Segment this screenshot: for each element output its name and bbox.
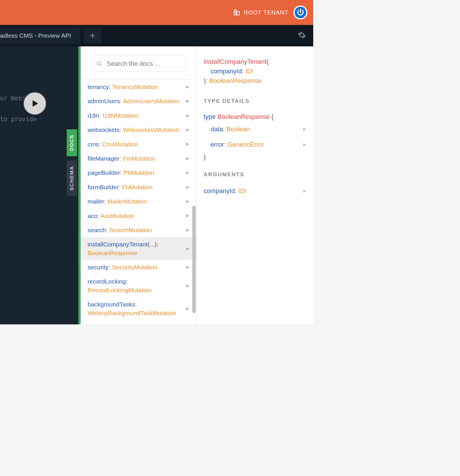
chevron-right-icon: ▶ xyxy=(186,246,189,252)
type-field-error[interactable]: error: GenericError▶ xyxy=(204,137,306,152)
field-item-pageBuilder[interactable]: pageBuilder: PbMutation▶ xyxy=(81,166,196,180)
field-item-search[interactable]: search: SearchMutation▶ xyxy=(81,223,196,237)
type-field-data[interactable]: data: Boolean▶ xyxy=(204,121,306,137)
chevron-right-icon: ▶ xyxy=(186,156,189,161)
field-item-security[interactable]: security: SecurityMutation▶ xyxy=(81,260,196,274)
docs-field-list-panel: tenancy: TenancyMutation▶adminUsers: Adm… xyxy=(81,46,197,324)
gear-icon xyxy=(298,31,306,39)
schema-tab[interactable]: SCHEMA xyxy=(67,161,77,196)
chevron-right-icon: ▶ xyxy=(186,141,189,147)
svg-rect-1 xyxy=(237,11,239,15)
plus-icon xyxy=(89,32,96,39)
chevron-right-icon: ▶ xyxy=(186,213,189,219)
chevron-right-icon: ▶ xyxy=(186,113,189,119)
svg-point-9 xyxy=(97,62,100,65)
field-item-mailer[interactable]: mailer: MailerMutation▶ xyxy=(81,194,196,208)
tab-title: adless CMS - Preview API xyxy=(0,32,71,39)
search-icon xyxy=(97,61,102,67)
editor-text: to provide xyxy=(0,114,78,125)
tenant-label: ROOT TENANT xyxy=(244,9,288,16)
chevron-right-icon: ▶ xyxy=(186,170,189,176)
docs-detail-panel: installCompanyTenant( companyId: ID! ): … xyxy=(197,46,313,324)
chevron-right-icon: ▶ xyxy=(303,188,306,194)
search-box[interactable] xyxy=(91,56,186,72)
chevron-right-icon: ▶ xyxy=(186,98,189,104)
field-item-tenancy[interactable]: tenancy: TenancyMutation▶ xyxy=(81,80,196,94)
field-signature: installCompanyTenant( companyId: ID! ): … xyxy=(204,57,306,86)
workspace: ur Webiny to provide DOCS SCHEMA tenancy… xyxy=(0,46,313,324)
arguments-heading: ARGUMENTS xyxy=(204,170,306,179)
chevron-right-icon: ▶ xyxy=(186,199,189,204)
tenant-selector[interactable]: ROOT TENANT xyxy=(233,9,288,16)
field-list[interactable]: tenancy: TenancyMutation▶adminUsers: Adm… xyxy=(81,80,196,324)
argument-companyId[interactable]: companyId: ID!▶ xyxy=(204,185,306,197)
app-header: ROOT TENANT xyxy=(0,0,313,25)
field-item-adminUsers[interactable]: adminUsers: AdminUsersMutation▶ xyxy=(81,94,196,108)
field-item-i18n[interactable]: i18n: I18NMutation▶ xyxy=(81,108,196,123)
run-query-button[interactable] xyxy=(23,91,47,116)
chevron-right-icon: ▶ xyxy=(303,141,306,148)
chevron-right-icon: ▶ xyxy=(186,184,189,190)
field-item-aco[interactable]: aco: AcoMutation▶ xyxy=(81,209,196,223)
chevron-right-icon: ▶ xyxy=(186,283,189,289)
scrollbar[interactable] xyxy=(192,206,196,313)
sig-arg-type[interactable]: ID! xyxy=(245,68,253,75)
field-item-recordLocking[interactable]: recordLocking: RecordLockingMutation▶ xyxy=(81,274,196,297)
field-item-backgroundTasks[interactable]: backgroundTasks: WebinyBackgroundTaskMut… xyxy=(81,297,196,320)
power-icon xyxy=(296,8,305,17)
tab-api[interactable]: adless CMS - Preview API xyxy=(0,28,80,44)
type-details-heading: TYPE DETAILS xyxy=(204,97,306,106)
field-item-websockets[interactable]: websockets: WebsocketsMutation▶ xyxy=(81,123,196,137)
user-avatar[interactable] xyxy=(294,6,307,19)
chevron-right-icon: ▶ xyxy=(186,264,189,270)
svg-line-10 xyxy=(100,64,102,66)
docs-tab[interactable]: DOCS xyxy=(67,129,77,156)
chevron-right-icon: ▶ xyxy=(186,84,189,90)
sig-name: installCompanyTenant xyxy=(204,58,266,65)
side-tabs: DOCS SCHEMA xyxy=(67,129,78,196)
svg-marker-8 xyxy=(33,100,38,107)
search-container xyxy=(81,46,196,80)
chevron-right-icon: ▶ xyxy=(186,127,189,133)
add-tab-button[interactable] xyxy=(84,28,101,44)
field-item-installCompanyTenant[interactable]: installCompanyTenant(...): BooleanRespon… xyxy=(81,237,196,260)
settings-button[interactable] xyxy=(298,31,306,41)
chevron-right-icon: ▶ xyxy=(303,126,306,132)
play-icon xyxy=(30,99,39,108)
field-item-fileManager[interactable]: fileManager: FmMutation▶ xyxy=(81,151,196,166)
search-input[interactable] xyxy=(107,60,180,68)
type-name[interactable]: BooleanResponse xyxy=(218,113,270,120)
chevron-right-icon: ▶ xyxy=(186,227,189,233)
building-icon xyxy=(233,9,240,16)
tab-bar: adless CMS - Preview API xyxy=(0,25,313,46)
field-item-apw[interactable]: apw: ApwMutation▶ xyxy=(81,320,196,324)
chevron-right-icon: ▶ xyxy=(186,306,189,312)
field-item-cms[interactable]: cms: CmsMutation▶ xyxy=(81,137,196,151)
type-definition: type BooleanResponse { data: Boolean▶err… xyxy=(204,112,306,162)
field-item-formBuilder[interactable]: formBuilder: FbMutation▶ xyxy=(81,180,196,194)
docs-panel: tenancy: TenancyMutation▶adminUsers: Adm… xyxy=(78,46,313,324)
sig-return-type[interactable]: BooleanResponse xyxy=(209,77,262,84)
sig-arg-name: companyId xyxy=(211,68,242,75)
